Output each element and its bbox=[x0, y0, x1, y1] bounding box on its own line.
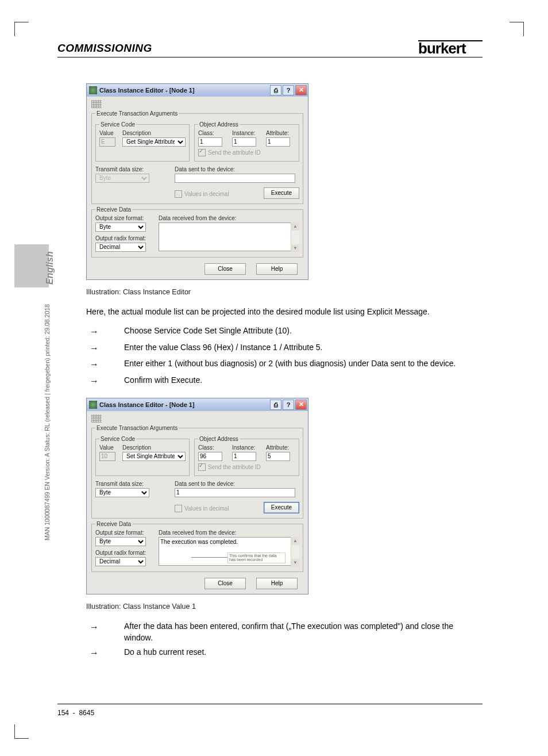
close-icon[interactable]: ✕ bbox=[295, 400, 307, 410]
crop-mark bbox=[510, 22, 524, 36]
class-input[interactable] bbox=[198, 452, 222, 461]
arrow-icon: → bbox=[86, 621, 124, 643]
caption: Illustration: Class Instance Editor bbox=[86, 288, 483, 296]
class-input[interactable] bbox=[198, 137, 222, 147]
scrollbar[interactable]: ▲▼ bbox=[291, 537, 299, 567]
group-label: Service Code bbox=[99, 121, 136, 128]
transmit-size-select[interactable]: Byte bbox=[95, 488, 149, 497]
crop-mark bbox=[14, 724, 29, 739]
output-radix-label: Output radix format: bbox=[95, 550, 154, 556]
body-text: Here, the actual module list can be proj… bbox=[86, 306, 483, 318]
service-code-group: Service Code Value Description Get Singl… bbox=[95, 121, 190, 162]
output-radix-select[interactable]: Decimal bbox=[95, 557, 146, 566]
service-code-group: Service Code Value Description Set Singl… bbox=[95, 436, 190, 476]
arrow-icon: → bbox=[86, 325, 124, 338]
help-icon[interactable]: ? bbox=[283, 85, 294, 95]
logo: burkert bbox=[418, 40, 483, 55]
data-received-label: Data received from the device: bbox=[159, 529, 299, 536]
transmit-size-select: Byte bbox=[95, 174, 149, 183]
description-select[interactable]: Set Single Attribute bbox=[122, 452, 186, 461]
group-label: Execute Transaction Arguments bbox=[95, 425, 179, 431]
arrow-icon: → bbox=[86, 358, 124, 371]
execute-arguments-group: Execute Transaction Arguments Service Co… bbox=[91, 110, 303, 204]
output-radix-select[interactable]: Decimal bbox=[95, 243, 146, 252]
close-icon[interactable]: ✕ bbox=[295, 85, 307, 95]
output-size-label: Output size format: bbox=[95, 215, 154, 221]
receive-data-group: Receive Data Output size format: Byte Ou… bbox=[91, 206, 303, 258]
side-doc-code: MAN 1000087499 EN Version: A Status: RL … bbox=[44, 304, 51, 540]
instance-label: Instance: bbox=[232, 444, 261, 451]
group-label: Execute Transaction Arguments bbox=[95, 110, 179, 117]
execute-arguments-group: Execute Transaction Arguments Service Co… bbox=[91, 425, 303, 519]
transmit-size-label: Transmit data size: bbox=[95, 481, 170, 487]
instance-input[interactable] bbox=[232, 137, 256, 147]
execute-button[interactable]: Execute bbox=[264, 502, 299, 513]
description-label: Description bbox=[122, 444, 186, 451]
help-button[interactable]: Help bbox=[256, 263, 298, 275]
close-button[interactable]: Close bbox=[204, 578, 246, 589]
grip-icon bbox=[91, 100, 102, 108]
instance-label: Instance: bbox=[232, 130, 261, 136]
data-received-label: Data received from the device: bbox=[159, 215, 299, 221]
value-input bbox=[99, 137, 115, 147]
object-address-group: Object Address Class: Instance: Attribut… bbox=[194, 121, 299, 162]
print-icon[interactable]: ⎙ bbox=[270, 400, 281, 410]
grip-icon bbox=[91, 415, 102, 423]
close-button[interactable]: Close bbox=[204, 263, 246, 275]
arrow-icon: → bbox=[86, 342, 124, 355]
send-attribute-checkbox: Send the attribute ID bbox=[198, 463, 295, 471]
page-title: COMMISSIONING bbox=[57, 42, 152, 55]
description-label: Description bbox=[122, 130, 186, 136]
dialog-icon bbox=[89, 401, 97, 409]
values-decimal-checkbox: Values in decimal bbox=[175, 505, 259, 512]
attribute-label: Attribute: bbox=[266, 130, 295, 136]
class-instance-editor-dialog: Class Instance Editor - [Node 1] ⎙ ? ✕ E… bbox=[86, 398, 308, 594]
data-sent-input[interactable] bbox=[175, 174, 295, 183]
callout-line bbox=[191, 557, 231, 558]
class-instance-editor-dialog: Class Instance Editor - [Node 1] ⎙ ? ✕ E… bbox=[86, 83, 308, 280]
output-radix-label: Output radix format: bbox=[95, 235, 154, 241]
group-label: Service Code bbox=[99, 436, 136, 442]
instance-input[interactable] bbox=[232, 452, 256, 461]
group-label: Object Address bbox=[198, 436, 240, 442]
object-address-group: Object Address Class: Instance: Attribut… bbox=[194, 436, 299, 476]
help-button[interactable]: Help bbox=[256, 578, 298, 589]
class-label: Class: bbox=[198, 130, 227, 136]
data-received-text bbox=[159, 222, 299, 251]
execute-button[interactable]: Execute bbox=[264, 187, 299, 199]
receive-data-group: Receive Data Output size format: Byte Ou… bbox=[91, 521, 303, 572]
page-footer: 154 - 8645 bbox=[57, 704, 483, 717]
output-size-select[interactable]: Byte bbox=[95, 222, 146, 232]
group-label: Receive Data bbox=[95, 521, 132, 527]
step-item: →Confirm with Execute. bbox=[86, 375, 483, 387]
print-icon[interactable]: ⎙ bbox=[270, 85, 281, 95]
step-item: →Do a hub current reset. bbox=[86, 647, 483, 659]
arrow-icon: → bbox=[86, 375, 124, 387]
class-label: Class: bbox=[198, 444, 227, 451]
value-label: Value bbox=[99, 444, 118, 451]
data-sent-label: Data sent to the device: bbox=[175, 481, 299, 487]
data-sent-label: Data sent to the device: bbox=[175, 166, 299, 172]
transmit-size-label: Transmit data size: bbox=[95, 166, 170, 172]
side-language: English bbox=[45, 251, 55, 285]
description-select[interactable]: Get Single Attribute bbox=[122, 137, 186, 147]
output-size-select[interactable]: Byte bbox=[95, 537, 146, 546]
send-attribute-checkbox: Send the attribute ID bbox=[198, 149, 295, 156]
dialog-title: Class Instance Editor - [Node 1] bbox=[99, 87, 269, 94]
attribute-label: Attribute: bbox=[266, 444, 295, 451]
step-item: →Enter either 1 (without bus diagnosis) … bbox=[86, 358, 483, 371]
output-size-label: Output size format: bbox=[95, 529, 154, 536]
attribute-input[interactable] bbox=[266, 137, 290, 147]
dialog-icon bbox=[89, 86, 97, 94]
scrollbar[interactable]: ▲▼ bbox=[291, 222, 299, 252]
group-label: Receive Data bbox=[95, 206, 132, 213]
step-item: →Enter the value Class 96 (Hex) / Instan… bbox=[86, 342, 483, 355]
attribute-input[interactable] bbox=[266, 452, 290, 461]
caption: Illustration: Class Instance Value 1 bbox=[86, 603, 483, 611]
value-label: Value bbox=[99, 130, 118, 136]
data-sent-input[interactable] bbox=[175, 488, 295, 497]
step-item: →Choose Service Code Set Single Attribut… bbox=[86, 325, 483, 338]
help-icon[interactable]: ? bbox=[283, 400, 294, 410]
tooltip: This confirms that the data has been rec… bbox=[227, 552, 285, 563]
crop-mark bbox=[14, 22, 29, 36]
